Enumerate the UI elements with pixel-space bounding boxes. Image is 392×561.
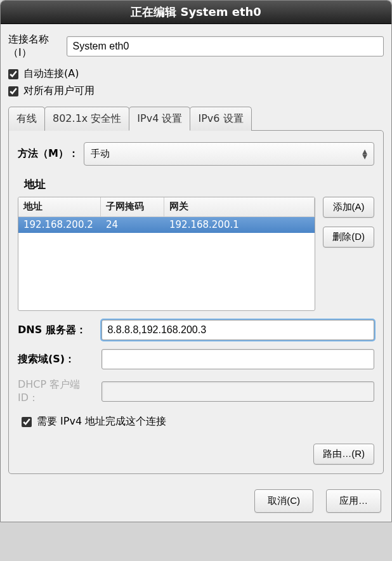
cell-address: 192.168.200.2: [18, 217, 101, 233]
add-address-button[interactable]: 添加(A): [323, 197, 374, 218]
dns-label: DNS 服务器：: [18, 324, 101, 337]
addresses-header: 地址 子网掩码 网关: [18, 197, 315, 217]
method-label: 方法（M）：: [18, 147, 79, 161]
tab-security[interactable]: 802.1x 安全性: [44, 107, 129, 131]
addresses-table[interactable]: 地址 子网掩码 网关 192.168.200.2 24 192.168.200.…: [18, 197, 315, 311]
addresses-title: 地址: [24, 177, 374, 192]
auto-connect-checkbox[interactable]: 自动连接(A): [8, 67, 384, 81]
col-netmask[interactable]: 子网掩码: [101, 197, 164, 216]
dialog-window: 正在编辑 System eth0 连接名称（I） 自动连接(A) 对所有用户可用…: [0, 0, 392, 522]
auto-connect-box[interactable]: [8, 69, 18, 79]
dhcp-client-id-input: [101, 381, 374, 402]
tab-ipv4[interactable]: IPv4 设置: [129, 107, 190, 131]
tab-ipv6[interactable]: IPv6 设置: [190, 107, 251, 131]
connection-name-label: 连接名称（I）: [8, 33, 62, 60]
require-ipv4-checkbox[interactable]: 需要 IPv4 地址完成这个连接: [22, 415, 374, 428]
window-title: 正在编辑 System eth0: [1, 1, 391, 24]
chevron-updown-icon: ▲▼: [362, 149, 367, 159]
delete-address-button[interactable]: 删除(D): [323, 227, 374, 248]
search-domains-input[interactable]: [101, 349, 374, 369]
cancel-button[interactable]: 取消(C): [254, 489, 313, 513]
routes-button[interactable]: 路由…(R): [313, 444, 374, 465]
dns-input[interactable]: [101, 320, 374, 340]
dhcp-client-id-label: DHCP 客户端 ID：: [18, 378, 101, 405]
address-row-selected[interactable]: 192.168.200.2 24 192.168.200.1: [18, 217, 315, 233]
all-users-label: 对所有用户可用: [23, 84, 95, 98]
all-users-checkbox[interactable]: 对所有用户可用: [8, 84, 384, 98]
apply-button[interactable]: 应用…: [326, 489, 381, 513]
auto-connect-label: 自动连接(A): [23, 67, 79, 81]
tabs: 有线 802.1x 安全性 IPv4 设置 IPv6 设置: [8, 107, 384, 131]
require-ipv4-label: 需要 IPv4 地址完成这个连接: [37, 415, 166, 428]
tab-wired[interactable]: 有线: [8, 107, 45, 131]
search-domains-label: 搜索域(S)：: [18, 353, 101, 366]
require-ipv4-box[interactable]: [22, 417, 32, 427]
cell-gateway: 192.168.200.1: [164, 217, 315, 233]
method-value: 手动: [91, 148, 110, 160]
dialog-footer: 取消(C) 应用…: [1, 482, 391, 522]
cell-netmask: 24: [101, 217, 164, 233]
col-address[interactable]: 地址: [18, 197, 101, 216]
col-gateway[interactable]: 网关: [164, 197, 315, 216]
all-users-box[interactable]: [8, 86, 18, 96]
ipv4-panel: 方法（M）： 手动 ▲▼ 地址 地址 子网掩码 网关: [8, 130, 384, 474]
connection-name-input[interactable]: [67, 36, 384, 56]
method-select[interactable]: 手动 ▲▼: [84, 142, 374, 166]
